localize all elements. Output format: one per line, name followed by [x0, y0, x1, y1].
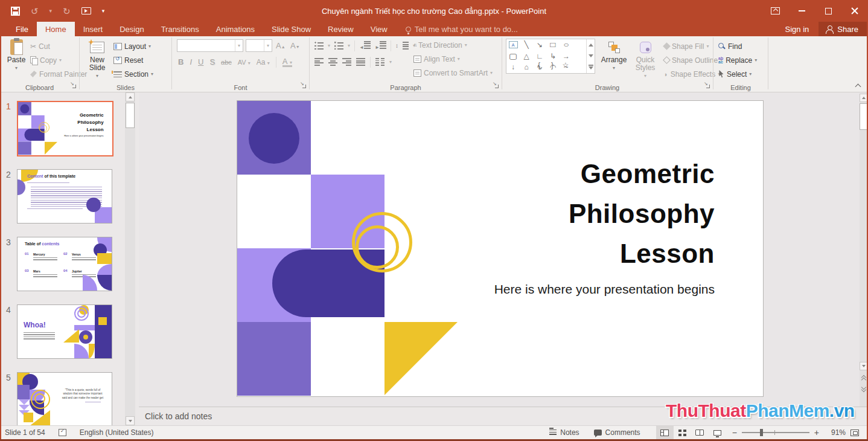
bold-button[interactable]: B	[178, 57, 183, 66]
thumbnail-scroll-down-button[interactable]	[126, 416, 135, 425]
bullets-icon[interactable]	[314, 42, 324, 50]
tab-home[interactable]: Home	[37, 22, 75, 36]
grow-font-button[interactable]: A▲	[276, 39, 286, 52]
copy-button[interactable]: Copy ▾	[30, 54, 62, 66]
main-slide[interactable]: Geometric Philosophy Lesson Here is wher…	[237, 100, 764, 397]
thumbnail-slide-3[interactable]: Table of contents 01 Mercury 02 Venus 03…	[17, 237, 112, 291]
thumbnail-slide-2[interactable]: Content of this template	[17, 169, 112, 224]
font-color-button[interactable]: A ▾	[282, 57, 292, 67]
strikethrough-button[interactable]: abc	[221, 59, 232, 66]
drawing-dialog-launcher-icon[interactable]	[704, 82, 710, 89]
close-button[interactable]	[841, 0, 868, 22]
slide-dark-circle[interactable]	[249, 113, 299, 164]
underline-button[interactable]: U	[198, 57, 203, 66]
thumbnail-scroll-up-button[interactable]	[126, 92, 135, 101]
shapes-more-icon[interactable]	[589, 65, 593, 69]
paragraph-dialog-launcher-icon[interactable]	[493, 82, 499, 89]
shape-elbow-arrow-icon[interactable]: ↳	[546, 51, 560, 62]
clipboard-dialog-launcher-icon[interactable]	[70, 82, 77, 89]
ribbon-display-options-button[interactable]	[762, 0, 788, 22]
slide-show-view-button[interactable]	[709, 426, 726, 440]
shape-star-icon[interactable]: ☆	[559, 61, 572, 69]
language-indicator[interactable]: English (United States)	[80, 428, 154, 437]
start-slideshow-icon[interactable]	[81, 7, 91, 14]
shape-effects-button[interactable]: ◗ Shape Effects ▾	[664, 68, 720, 80]
zoom-slider[interactable]	[742, 432, 809, 433]
shape-elbow-icon[interactable]: ∟	[533, 51, 546, 62]
shape-oval-icon[interactable]: ○	[558, 39, 575, 51]
tab-file[interactable]: File	[7, 22, 37, 36]
redo-icon[interactable]: ↻	[63, 7, 71, 16]
zoom-out-button[interactable]: −	[732, 428, 737, 437]
tab-design[interactable]: Design	[111, 22, 152, 36]
paste-button[interactable]: Paste ▾	[2, 38, 30, 82]
thumbnail-slide-4[interactable]: Whoa!	[17, 304, 112, 359]
reading-view-button[interactable]	[691, 426, 709, 440]
convert-smartart-button[interactable]: Convert to SmartArt ▾	[413, 66, 493, 79]
decrease-indent-button[interactable]: ◄	[359, 41, 371, 51]
align-left-icon[interactable]	[314, 58, 324, 66]
shape-brace-left-icon[interactable]: {	[532, 61, 546, 69]
increase-indent-button[interactable]: ►	[375, 41, 386, 51]
arrange-button[interactable]: Arrange ▾	[600, 38, 628, 82]
text-direction-button[interactable]: ↑↓ Text Direction ▾	[413, 39, 467, 51]
spell-check-icon[interactable]	[59, 429, 66, 436]
tab-insert[interactable]: Insert	[75, 22, 112, 36]
change-case-button[interactable]: Aa ▾	[257, 58, 270, 66]
character-spacing-button[interactable]: AV ▾	[238, 59, 251, 66]
slide-sorter-view-button[interactable]	[674, 426, 691, 440]
new-slide-button[interactable]: New Slide ▾	[83, 38, 111, 82]
quick-styles-button[interactable]: Quick Styles ▾	[630, 38, 660, 82]
find-button[interactable]: Find	[718, 40, 742, 53]
thumbnail-slide-1[interactable]: Geometric Philosophy Lesson Here is wher…	[17, 101, 113, 156]
cut-button[interactable]: ✂ Cut	[30, 40, 50, 53]
shrink-font-button[interactable]: A▼	[290, 39, 300, 52]
slide-title[interactable]: Geometric Philosophy Lesson	[569, 154, 715, 274]
shapes-scroll-up-icon[interactable]	[589, 43, 593, 47]
maximize-button[interactable]	[815, 0, 841, 22]
slide-yellow-triangle[interactable]	[385, 322, 458, 395]
tell-me-box[interactable]: Tell me what you want to do...	[406, 22, 518, 36]
minimize-button[interactable]	[788, 0, 815, 22]
tab-slide-show[interactable]: Slide Show	[263, 22, 319, 36]
justify-icon[interactable]	[356, 58, 365, 66]
sign-in-button[interactable]: Sign in	[776, 22, 819, 36]
share-button[interactable]: Share	[819, 22, 868, 36]
undo-caret-icon[interactable]: ▾	[49, 8, 53, 14]
slide-editing-canvas[interactable]: Geometric Philosophy Lesson Here is wher…	[139, 92, 860, 407]
slide-yellow-ring-inner[interactable]	[356, 225, 399, 269]
normal-view-button[interactable]	[656, 426, 674, 440]
font-dialog-launcher-icon[interactable]	[300, 82, 307, 89]
shape-pentagon-icon[interactable]: ⌂	[520, 62, 533, 73]
shape-brace-right-icon[interactable]: }	[546, 61, 559, 69]
save-icon[interactable]	[11, 7, 20, 16]
collapse-ribbon-icon[interactable]	[854, 82, 863, 89]
shape-rounded-rectangle-icon[interactable]: ▢	[505, 51, 522, 62]
zoom-slider-thumb[interactable]	[760, 429, 763, 436]
thumbnail-scrollbar[interactable]	[125, 92, 135, 425]
zoom-percentage[interactable]: 91%	[825, 428, 846, 437]
tab-review[interactable]: Review	[319, 22, 362, 36]
thumbnail-slide-5[interactable]: "This is a quote, words full of wisdom t…	[17, 372, 112, 425]
tab-view[interactable]: View	[362, 22, 396, 36]
slide-indicator[interactable]: Slide 1 of 54	[5, 428, 45, 437]
zoom-in-button[interactable]: +	[814, 428, 819, 437]
tab-animations[interactable]: Animations	[208, 22, 263, 36]
text-box-icon[interactable]: A	[509, 41, 518, 48]
fit-slide-button[interactable]	[846, 426, 863, 440]
slide-purple-square-2[interactable]	[237, 322, 311, 396]
italic-button[interactable]: I	[190, 57, 192, 66]
text-shadow-button[interactable]: S	[209, 57, 215, 66]
tab-transitions[interactable]: Transitions	[153, 22, 208, 36]
select-button[interactable]: Select ▾	[718, 68, 752, 80]
font-size-combobox[interactable]: ▾	[246, 39, 272, 52]
shape-right-arrow-icon[interactable]: →	[560, 51, 573, 62]
align-text-button[interactable]: Align Text ▾	[413, 53, 460, 65]
slide-subtitle[interactable]: Here is where your presentation begins	[494, 282, 715, 297]
section-button[interactable]: Section ▾	[113, 68, 153, 80]
shape-fill-button[interactable]: Shape Fill ▾	[664, 40, 709, 53]
customize-qat-icon[interactable]: ▾	[102, 8, 105, 14]
font-name-combobox[interactable]: ▾	[177, 39, 243, 52]
undo-icon[interactable]: ↺	[31, 7, 39, 16]
comments-toggle-button[interactable]: Comments	[587, 426, 648, 440]
